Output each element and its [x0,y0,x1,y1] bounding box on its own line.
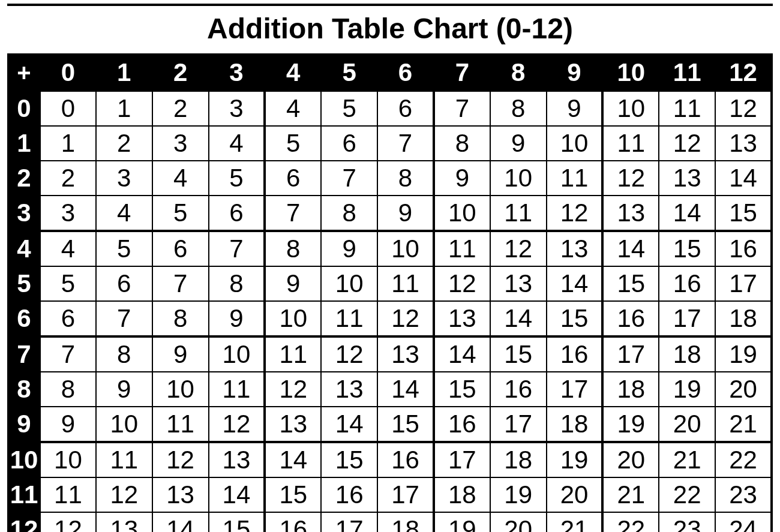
row-header: 9 [8,407,40,442]
cell: 14 [209,477,265,512]
cell: 9 [40,407,96,442]
cell: 13 [265,407,321,442]
cell: 16 [715,231,772,266]
cell: 17 [321,512,377,532]
cell: 19 [659,372,715,407]
cell: 13 [547,231,603,266]
cell: 17 [547,372,603,407]
row-header: 10 [8,442,40,477]
cell: 4 [96,196,152,231]
cell: 11 [152,407,209,442]
cell: 21 [547,512,603,532]
table-row: 6 6 7 8 9 10 11 12 13 14 15 16 17 18 [8,301,772,336]
cell: 16 [490,372,547,407]
table-row: 2 2 3 4 5 6 7 8 9 10 11 12 13 14 [8,161,772,196]
cell: 10 [602,91,659,126]
cell: 10 [547,126,603,161]
corner-cell: + [8,55,40,91]
cell: 12 [321,336,377,372]
cell: 18 [659,336,715,372]
cell: 13 [659,161,715,196]
col-header: 1 [96,55,152,91]
cell: 14 [715,161,772,196]
cell: 19 [434,512,490,532]
row-header: 11 [8,477,40,512]
col-header: 0 [40,55,96,91]
cell: 1 [40,126,96,161]
table-row: 7 7 8 9 10 11 12 13 14 15 16 17 18 19 [8,336,772,372]
cell: 14 [377,372,434,407]
cell: 19 [715,336,772,372]
cell: 12 [434,266,490,301]
cell: 11 [96,442,152,477]
cell: 9 [547,91,603,126]
row-header: 8 [8,372,40,407]
cell: 13 [152,477,209,512]
cell: 8 [377,161,434,196]
cell: 13 [715,126,772,161]
row-header: 5 [8,266,40,301]
cell: 9 [377,196,434,231]
cell: 16 [265,512,321,532]
cell: 5 [209,161,265,196]
cell: 22 [659,477,715,512]
cell: 11 [209,372,265,407]
cell: 2 [96,126,152,161]
cell: 10 [321,266,377,301]
col-header: 5 [321,55,377,91]
cell: 0 [40,91,96,126]
cell: 17 [490,407,547,442]
table-row: 8 8 9 10 11 12 13 14 15 16 17 18 19 20 [8,372,772,407]
cell: 3 [209,91,265,126]
cell: 7 [40,336,96,372]
cell: 5 [321,91,377,126]
cell: 8 [490,91,547,126]
cell: 14 [490,301,547,336]
cell: 10 [40,442,96,477]
cell: 14 [659,196,715,231]
cell: 10 [265,301,321,336]
cell: 3 [152,126,209,161]
cell: 14 [434,336,490,372]
cell: 17 [434,442,490,477]
cell: 14 [602,231,659,266]
cell: 6 [209,196,265,231]
cell: 23 [659,512,715,532]
col-header: 3 [209,55,265,91]
cell: 6 [152,231,209,266]
cell: 21 [602,477,659,512]
row-header: 7 [8,336,40,372]
cell: 20 [490,512,547,532]
col-header: 6 [377,55,434,91]
cell: 12 [659,126,715,161]
cell: 10 [434,196,490,231]
row-header: 3 [8,196,40,231]
cell: 16 [377,442,434,477]
cell: 13 [209,442,265,477]
cell: 22 [602,512,659,532]
cell: 10 [152,372,209,407]
cell: 11 [490,196,547,231]
cell: 12 [265,372,321,407]
cell: 10 [490,161,547,196]
cell: 16 [602,301,659,336]
cell: 19 [547,442,603,477]
cell: 20 [715,372,772,407]
cell: 11 [265,336,321,372]
cell: 10 [377,231,434,266]
col-header: 11 [659,55,715,91]
cell: 6 [265,161,321,196]
table-row: 9 9 10 11 12 13 14 15 16 17 18 19 20 21 [8,407,772,442]
cell: 12 [547,196,603,231]
cell: 18 [547,407,603,442]
column-header-row: + 0 1 2 3 4 5 6 7 8 9 10 11 12 [8,55,772,91]
cell: 8 [321,196,377,231]
cell: 15 [715,196,772,231]
cell: 6 [377,91,434,126]
cell: 9 [321,231,377,266]
cell: 9 [152,336,209,372]
cell: 7 [434,91,490,126]
col-header: 8 [490,55,547,91]
cell: 11 [547,161,603,196]
cell: 5 [40,266,96,301]
